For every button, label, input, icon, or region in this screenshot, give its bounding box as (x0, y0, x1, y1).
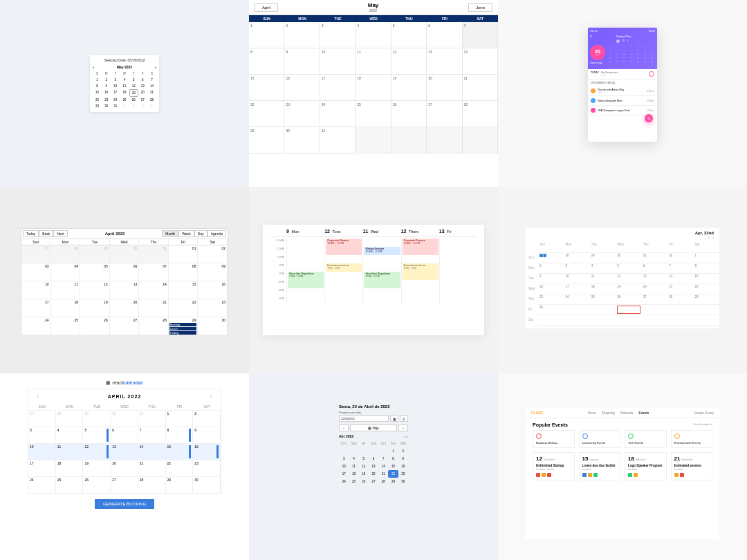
day-cell[interactable] (667, 304, 693, 315)
day-cell[interactable]: 24 (28, 476, 56, 493)
day-cell[interactable] (616, 315, 641, 325)
day-cell[interactable]: 31 (138, 410, 166, 427)
day-cell[interactable]: 16 (398, 463, 408, 470)
day-cell[interactable]: 27 (427, 101, 462, 127)
day-cell[interactable]: 9 (193, 427, 221, 443)
day-cell[interactable]: 18 (56, 460, 84, 476)
day-cell[interactable] (359, 447, 369, 455)
day-cell[interactable]: 14 (378, 463, 388, 470)
nav-home[interactable]: Home (588, 411, 596, 415)
day-cell[interactable] (369, 447, 378, 455)
day-cell[interactable]: 21 (147, 89, 156, 97)
day-cell[interactable]: 26 (80, 317, 110, 335)
day-cell[interactable]: 11 (590, 273, 616, 283)
day-cell[interactable]: 9 (538, 273, 564, 283)
day-cell[interactable] (538, 315, 564, 325)
day-cell[interactable]: 18 (356, 75, 391, 101)
day-cell[interactable]: 19 (83, 460, 111, 476)
day-cell[interactable]: 17 (28, 460, 56, 476)
day-cell[interactable]: 6 (369, 455, 378, 463)
view-week-button[interactable]: Week (178, 230, 194, 237)
day-cell[interactable]: 17 (21, 299, 51, 317)
day-cell[interactable]: 1 (93, 77, 102, 83)
day-cell[interactable]: 1 (388, 447, 398, 455)
day-cell[interactable]: 15 (694, 273, 719, 283)
day-cell[interactable]: 12 (359, 463, 369, 470)
day-cell[interactable]: 29 (590, 252, 616, 263)
day-cell[interactable]: 24 (21, 317, 51, 335)
day-cell[interactable]: 10 (339, 463, 349, 470)
day-cell[interactable]: 4 (120, 77, 129, 83)
day-cell[interactable]: 5 (391, 22, 427, 48)
day-cell[interactable]: 28 (463, 101, 498, 127)
day-cell[interactable]: 22 (388, 470, 398, 478)
day-cell[interactable]: 8 (93, 83, 102, 89)
day-cell[interactable]: 11 (56, 443, 84, 460)
day-cell[interactable] (694, 315, 719, 325)
nav-shopping[interactable]: Shopping (602, 411, 615, 415)
prev-button[interactable]: ‹ (339, 424, 349, 431)
search-icon[interactable]: ⚲ (627, 39, 629, 43)
day-cell[interactable]: 29 (249, 127, 284, 153)
day-cell[interactable]: 30 (102, 103, 111, 109)
day-cell[interactable]: 25 (120, 97, 129, 103)
datepicker-grid[interactable]: SMTWTFS123456789101112131415161718192021… (93, 71, 156, 109)
next-month-icon[interactable]: › (207, 392, 215, 400)
day-cell[interactable]: 21 (138, 460, 166, 476)
day-cell[interactable]: 28 (147, 97, 156, 103)
generate-booking-button[interactable]: GENERATE BOOKING (95, 499, 154, 509)
day-cell[interactable] (564, 325, 589, 335)
day-cell[interactable]: 14 (463, 48, 498, 75)
day-cell[interactable]: 30 (193, 476, 221, 493)
date-grid[interactable]: DomSegTerQuaQuiSexSáb1234567891011121314… (339, 440, 408, 485)
day-cell[interactable]: 27 (369, 478, 378, 485)
day-cell[interactable]: 18 (120, 89, 129, 97)
day-cell[interactable]: 28 (378, 478, 388, 485)
today-button[interactable]: Today (23, 230, 39, 237)
nav-events[interactable]: Events (639, 411, 649, 415)
day-cell[interactable]: 4 (590, 263, 616, 273)
day-cell[interactable] (667, 325, 693, 335)
day-cell[interactable]: 22 (169, 299, 199, 317)
day-cell[interactable]: 29 (80, 245, 110, 263)
day-cell[interactable]: 21 (378, 470, 388, 478)
event-card[interactable]: 21NovemberEstimated sessionLocation (671, 452, 713, 480)
day-cell[interactable]: 14 (139, 281, 169, 299)
day-cell[interactable]: 28 (51, 245, 81, 263)
day-cell[interactable]: 9 (102, 83, 111, 89)
prev-icon[interactable]: ‹ (708, 235, 710, 239)
day-cell[interactable]: 3 (138, 103, 147, 109)
day-cell[interactable]: 19 (616, 283, 641, 294)
event[interactable]: Coding (169, 331, 197, 335)
month-grid[interactable]: 2728293031010203040506070809101112131415… (21, 245, 228, 335)
day-cell[interactable]: 17 (564, 283, 589, 294)
day-cell[interactable]: 16 (102, 89, 111, 97)
view-agenda-button[interactable]: Agenda (208, 230, 226, 237)
day-cell[interactable]: 1 (538, 252, 564, 263)
day-cell[interactable]: 7 (147, 77, 156, 83)
day-cell[interactable]: 2 (129, 103, 138, 109)
day-cell[interactable]: 13 (110, 281, 140, 299)
day-cell[interactable]: 23 (538, 294, 564, 304)
day-cell[interactable]: 17 (339, 470, 349, 478)
day-cell[interactable]: 12 (80, 281, 110, 299)
day-cell[interactable]: 25 (56, 476, 84, 493)
day-cell[interactable]: 6 (427, 22, 462, 48)
day-cell[interactable] (538, 325, 564, 335)
day-cell[interactable]: 6 (138, 77, 147, 83)
day-cell[interactable]: 29MeetingLunchCoding (169, 317, 199, 335)
event-card[interactable]: 15JanuaryLorem duo duo facilisiLocation (579, 452, 621, 480)
event-card[interactable]: 18FebruaryLogo Speaker ProgramLocation (625, 452, 667, 480)
day-cell[interactable]: 2 (102, 77, 111, 83)
day-cell[interactable]: 12 (391, 48, 427, 75)
day-cell[interactable]: 6 (642, 263, 667, 273)
day-cell[interactable]: 24 (111, 97, 120, 103)
day-cell[interactable]: 02 (198, 245, 228, 263)
day-cell[interactable]: 29 (93, 103, 102, 109)
day-cell[interactable]: 26 (616, 294, 641, 304)
next-month-button[interactable]: June (468, 3, 492, 12)
day-cell[interactable] (349, 447, 358, 455)
day-cell[interactable]: 30 (110, 245, 140, 263)
day-cell[interactable]: 5 (616, 263, 641, 273)
day-cell[interactable]: 8 (388, 455, 398, 463)
